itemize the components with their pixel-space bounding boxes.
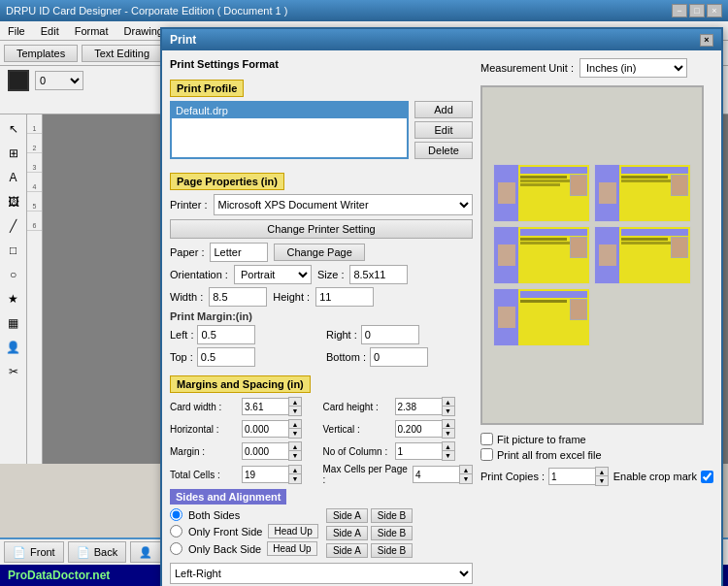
horizontal-spinner: ▲ ▼ bbox=[242, 419, 302, 439]
dialog-right-panel: Measurement Unit : Inches (in) Centimete… bbox=[480, 58, 713, 464]
card-3 bbox=[493, 226, 590, 284]
print-margin-label: Print Margin:(in) bbox=[170, 310, 473, 322]
barcode-icon[interactable]: ▦ bbox=[3, 312, 24, 334]
no-of-column-input[interactable] bbox=[395, 442, 442, 460]
card-4-line-1 bbox=[621, 238, 668, 241]
menu-format[interactable]: Format bbox=[67, 23, 116, 39]
ruler-tick-1: 1 bbox=[27, 114, 42, 134]
size-input[interactable] bbox=[349, 265, 408, 284]
top-label: Top : bbox=[170, 351, 193, 363]
margin-input[interactable] bbox=[242, 442, 288, 460]
print-all-excel-checkbox[interactable] bbox=[480, 448, 493, 461]
profile-item-default[interactable]: Default.drp bbox=[172, 103, 407, 118]
photo-icon[interactable]: 👤 bbox=[3, 337, 24, 358]
dialog-body: Print Settings Format Print Profile Defa… bbox=[162, 50, 721, 464]
left-margin-input[interactable] bbox=[197, 325, 255, 344]
card-width-spinner-btns: ▲ ▼ bbox=[288, 397, 302, 416]
measurement-row: Measurement Unit : Inches (in) Centimete… bbox=[480, 58, 713, 78]
card-width-down[interactable]: ▼ bbox=[289, 407, 301, 415]
text-editing-button[interactable]: Text Editing bbox=[82, 45, 162, 62]
margin-up[interactable]: ▲ bbox=[289, 442, 301, 451]
width-label: Width : bbox=[170, 291, 203, 303]
options-section: Fit picture to frame Print all from exce… bbox=[480, 433, 713, 464]
paper-row: Paper : Change Page bbox=[170, 243, 473, 262]
margins-grid: Left : Right : Top : Bottom : bbox=[170, 325, 473, 367]
height-input[interactable] bbox=[315, 287, 374, 307]
no-of-column-down[interactable]: ▼ bbox=[443, 451, 454, 460]
card-height-down[interactable]: ▼ bbox=[443, 407, 454, 415]
horizontal-up[interactable]: ▲ bbox=[289, 420, 301, 429]
bottom-margin-input[interactable] bbox=[370, 347, 428, 367]
card-5-header bbox=[520, 291, 587, 298]
margin-right-item: Right : bbox=[326, 325, 473, 344]
no-of-column-up[interactable]: ▲ bbox=[443, 442, 454, 451]
card-5-photo-right bbox=[570, 299, 587, 320]
vertical-spinner-btns: ▲ ▼ bbox=[442, 419, 455, 439]
print-profile-header: Print Profile bbox=[170, 80, 244, 97]
print-all-excel-label: Print all from excel file bbox=[497, 449, 602, 461]
printer-select[interactable]: Microsoft XPS Document Writer bbox=[214, 194, 473, 215]
top-margin-input[interactable] bbox=[197, 347, 255, 367]
card-3-photo-right bbox=[570, 237, 587, 258]
change-printer-button[interactable]: Change Printer Setting bbox=[170, 219, 473, 239]
paper-input[interactable] bbox=[210, 243, 268, 262]
horizontal-down[interactable]: ▼ bbox=[289, 429, 301, 438]
page-properties-header: Page Properties (in) bbox=[170, 173, 284, 190]
vertical-input[interactable] bbox=[395, 420, 442, 438]
rect-icon[interactable]: □ bbox=[3, 240, 24, 261]
profile-list[interactable]: Default.drp bbox=[170, 101, 409, 159]
card-width-spinner: ▲ ▼ bbox=[242, 397, 302, 416]
ruler-tick-6: 6 bbox=[27, 212, 42, 231]
maximize-button[interactable]: □ bbox=[689, 4, 705, 17]
app-close-button[interactable]: × bbox=[707, 4, 722, 17]
edit-profile-button[interactable]: Edit bbox=[414, 121, 473, 139]
card-1-line-1 bbox=[520, 176, 567, 179]
margin-label: Margin : bbox=[170, 446, 238, 457]
vertical-item: Vertical : ▲ ▼ bbox=[323, 419, 474, 439]
table-icon[interactable]: ⊞ bbox=[3, 143, 24, 164]
card-height-up[interactable]: ▲ bbox=[443, 398, 454, 407]
crop-icon[interactable]: ✂ bbox=[3, 361, 24, 382]
change-page-button[interactable]: Change Page bbox=[274, 244, 364, 261]
add-profile-button[interactable]: Add bbox=[414, 101, 473, 118]
no-of-column-label: No of Column : bbox=[323, 446, 391, 457]
vertical-up[interactable]: ▲ bbox=[443, 420, 454, 429]
menu-edit[interactable]: Edit bbox=[33, 23, 67, 39]
margin-down[interactable]: ▼ bbox=[289, 451, 301, 460]
dialog-title-bar: Print × bbox=[162, 29, 721, 50]
delete-profile-button[interactable]: Delete bbox=[414, 142, 473, 159]
width-input[interactable] bbox=[209, 287, 267, 307]
menu-file[interactable]: File bbox=[0, 23, 33, 39]
line-icon[interactable]: ╱ bbox=[3, 215, 24, 237]
fit-picture-checkbox[interactable] bbox=[480, 433, 493, 445]
right-margin-input[interactable] bbox=[361, 325, 419, 344]
horizontal-input[interactable] bbox=[242, 420, 288, 438]
image-icon[interactable]: 🖼 bbox=[3, 191, 24, 212]
minimize-button[interactable]: − bbox=[672, 4, 687, 17]
text-icon[interactable]: A bbox=[3, 167, 24, 188]
select-tool-icon[interactable]: ↖ bbox=[3, 118, 24, 140]
dialog-close-button[interactable]: × bbox=[700, 34, 713, 47]
margin-bottom-item: Bottom : bbox=[326, 347, 473, 367]
card-1-bar bbox=[494, 165, 518, 221]
card-4-header bbox=[621, 229, 688, 236]
card-height-input[interactable] bbox=[395, 398, 442, 415]
measurement-select[interactable]: Inches (in) Centimeters (cm) bbox=[579, 58, 687, 78]
border-width-select[interactable]: 012 bbox=[35, 71, 83, 90]
card-height-item: Card height : ▲ ▼ bbox=[323, 397, 474, 416]
star-icon[interactable]: ★ bbox=[3, 288, 24, 309]
fit-picture-row: Fit picture to frame bbox=[480, 433, 713, 445]
printer-section: Printer : Microsoft XPS Document Writer … bbox=[170, 194, 473, 307]
card-5 bbox=[493, 288, 590, 346]
cards-row-1 bbox=[493, 164, 691, 222]
card-width-input[interactable] bbox=[242, 398, 288, 415]
orientation-select[interactable]: PortraitLandscape bbox=[234, 265, 312, 284]
preview-box bbox=[480, 85, 704, 425]
ellipse-icon[interactable]: ○ bbox=[3, 264, 24, 285]
templates-button[interactable]: Templates bbox=[4, 45, 78, 62]
vertical-down[interactable]: ▼ bbox=[443, 429, 454, 438]
card-2 bbox=[594, 164, 691, 222]
no-of-column-spinner-btns: ▲ ▼ bbox=[442, 441, 455, 461]
card-2-header bbox=[621, 167, 688, 174]
card-width-up[interactable]: ▲ bbox=[289, 398, 301, 407]
